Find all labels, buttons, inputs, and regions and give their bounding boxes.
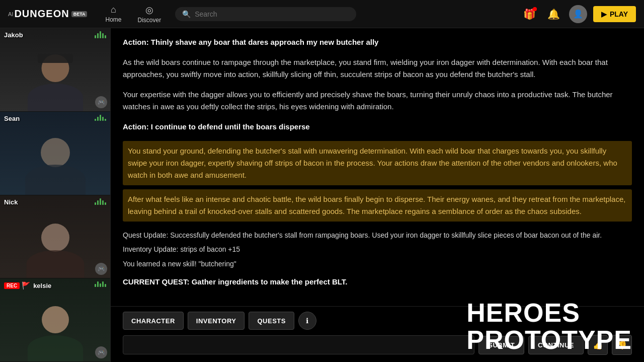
discover-label: Discover [138, 17, 162, 24]
top-navigation: AI DUNGEON BETA ⌂ Home ◎ Discover 🔍 🎁 🔔 … [0, 0, 644, 28]
jakob-video-bg [0, 28, 110, 111]
action-text-2: Action: I continue to defend until the b… [123, 121, 632, 133]
nick-audio-bars [95, 198, 106, 205]
thumbs-down-button[interactable]: 👎 [612, 335, 632, 355]
kelsie-avatar: 🎮 [95, 346, 107, 358]
sean-audio-bars [95, 115, 106, 121]
search-bar[interactable]: 🔍 [175, 7, 356, 21]
play-icon: ▶ [601, 10, 607, 18]
narrative-block-1: As the wild boars continue to rampage th… [123, 56, 632, 81]
notifications-button[interactable]: 🔔 [545, 5, 563, 23]
logo-dungeon-text: DUNGEON [14, 8, 69, 20]
continue-button[interactable]: CONTINUE [528, 336, 584, 354]
nick-video-bg [0, 195, 110, 278]
skill-update-text: You learned a new skill! "butchering" [123, 258, 632, 269]
beta-badge: BETA [71, 11, 88, 17]
discover-nav-link[interactable]: ◎ Discover [132, 3, 168, 26]
narrative-text-1: As the wild boars continue to rampage th… [123, 56, 632, 81]
kelsie-label: kelsie [33, 282, 51, 289]
action-buttons-row: CHARACTER INVENTORY QUESTS ℹ [123, 312, 632, 330]
character-button[interactable]: CHARACTER [123, 312, 184, 330]
main-layout: Jakob 🎮 Sean [0, 28, 644, 362]
inventory-update-text: Inventory Update: strips of bacon +15 [123, 244, 632, 255]
kelsie-audio-bars [95, 281, 106, 287]
search-input[interactable] [195, 10, 349, 18]
quest-update-text: Quest Update: Successfully defended the … [123, 230, 632, 241]
submit-button[interactable]: SUBMIT [478, 336, 524, 354]
video-feed-kelsie: REC 🚩 kelsie 🎮 [0, 278, 110, 362]
narrative-block-2: Your expertise with the dagger allows yo… [123, 89, 632, 113]
jakob-avatar: 🎮 [95, 96, 107, 108]
video-feed-jakob: Jakob 🎮 [0, 28, 110, 112]
nav-links: ⌂ Home ◎ Discover [99, 3, 167, 26]
play-label: PLAY [610, 10, 628, 18]
highlighted-block: You stand your ground, defending the but… [123, 141, 632, 222]
gift-button[interactable]: 🎁 [521, 5, 539, 23]
inventory-button[interactable]: INVENTORY [188, 312, 245, 330]
info-button[interactable]: ℹ [298, 312, 316, 330]
narrative-text-2: Your expertise with the dagger allows yo… [123, 89, 632, 113]
rec-label: REC [4, 282, 20, 289]
nav-right: 🎁 🔔 👤 ▶ PLAY [521, 5, 636, 23]
content-area: Action: Thinly shave any boar that dares… [111, 28, 644, 362]
gift-notification-dot [533, 7, 537, 11]
jakob-audio-bars [95, 31, 106, 38]
current-quest-text: CURRENT QUEST: Gather ingredients to mak… [123, 277, 632, 286]
flag-icon: 🚩 [22, 281, 30, 289]
video-feed-sean: Sean [0, 112, 110, 195]
user-avatar[interactable]: 👤 [569, 5, 587, 23]
search-icon: 🔍 [182, 10, 191, 18]
bottom-controls: CHARACTER INVENTORY QUESTS ℹ SUBMIT CONT… [111, 306, 644, 362]
story-panel: Action: Thinly shave any boar that dares… [111, 28, 644, 306]
sean-video-bg [0, 112, 110, 195]
video-feed-nick: Nick 🎮 [0, 195, 110, 279]
play-button[interactable]: ▶ PLAY [593, 6, 636, 22]
logo-ai-text: AI [8, 11, 13, 17]
home-label: Home [105, 16, 121, 23]
jakob-label: Jakob [4, 31, 23, 39]
video-panel: Jakob 🎮 Sean [0, 28, 111, 362]
logo[interactable]: AI DUNGEON BETA [8, 8, 87, 20]
thumbs-up-button[interactable]: 👍 [588, 335, 608, 355]
quests-button[interactable]: QUESTS [249, 312, 294, 330]
sean-label: Sean [4, 115, 20, 122]
kelsie-video-bg [0, 278, 110, 361]
home-nav-link[interactable]: ⌂ Home [99, 3, 127, 25]
home-icon: ⌂ [111, 5, 116, 15]
highlighted-text-1: You stand your ground, defending the but… [123, 141, 632, 185]
highlighted-text-2: After what feels like an intense and cha… [123, 189, 632, 222]
discover-icon: ◎ [145, 5, 153, 16]
action-block-1: Action: Thinly shave any boar that dares… [123, 36, 632, 48]
story-text-input[interactable] [123, 335, 474, 354]
updates-block: Quest Update: Successfully defended the … [123, 230, 632, 269]
action-text-1: Action: Thinly shave any boar that dares… [123, 36, 632, 48]
action-block-2: Action: I continue to defend until the b… [123, 121, 632, 133]
kelsie-rec-badge: REC 🚩 kelsie [4, 281, 51, 289]
input-row: SUBMIT CONTINUE 👍 👎 [123, 335, 632, 355]
nick-label: Nick [4, 198, 18, 206]
